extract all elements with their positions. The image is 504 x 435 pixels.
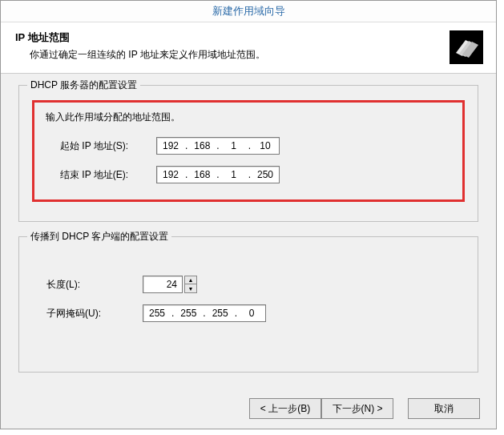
length-row: 长度(L): ▲ ▼ [32,276,465,293]
end-ip-oct4[interactable] [252,167,279,182]
start-ip-oct1[interactable] [157,139,184,153]
group2-legend: 传播到 DHCP 客户端的配置设置 [27,230,171,244]
next-button[interactable]: 下一步(N) > [321,398,393,419]
spin-buttons: ▲ ▼ [184,276,197,293]
spin-up-button[interactable]: ▲ [184,276,197,284]
mask-oct1[interactable] [143,306,171,320]
wizard-header: IP 地址范围 你通过确定一组连续的 IP 地址来定义作用域地址范围。 [1,22,496,74]
mask-oct2[interactable] [175,306,202,320]
start-ip-row: 起始 IP 地址(S): . . . [46,137,451,155]
group1-legend: DHCP 服务器的配置设置 [27,79,140,92]
end-ip-oct1[interactable] [157,167,184,182]
spin-down-button[interactable]: ▼ [184,284,197,293]
length-input[interactable] [143,276,183,293]
page-subtitle: 你通过确定一组连续的 IP 地址来定义作用域地址范围。 [30,48,482,62]
end-ip-oct3[interactable] [220,167,248,182]
start-ip-oct4[interactable] [252,139,279,153]
titlebar: 新建作用域向导 [1,1,496,22]
dhcp-server-settings-group: DHCP 服务器的配置设置 输入此作用域分配的地址范围。 起始 IP 地址(S)… [18,85,478,222]
wizard-body: DHCP 服务器的配置设置 输入此作用域分配的地址范围。 起始 IP 地址(S)… [1,74,496,373]
start-ip-oct2[interactable] [188,139,216,153]
mask-oct3[interactable] [207,306,234,320]
dhcp-client-settings-group: 传播到 DHCP 客户端的配置设置 长度(L): ▲ ▼ 子网掩码(U): . [18,236,478,373]
length-label: 长度(L): [46,278,143,292]
length-stepper[interactable]: ▲ ▼ [143,276,197,293]
end-ip-row: 结束 IP 地址(E): . . . [46,166,451,183]
mask-label: 子网掩码(U): [46,307,143,320]
end-ip-oct2[interactable] [188,167,216,182]
end-ip-input[interactable]: . . . [156,166,280,183]
back-button[interactable]: < 上一步(B) [249,398,321,419]
range-caption: 输入此作用域分配的地址范围。 [46,111,451,124]
start-ip-input[interactable]: . . . [156,137,280,155]
start-ip-oct3[interactable] [220,139,248,153]
wizard-footer: < 上一步(B) 下一步(N) > 取消 [249,398,480,419]
end-ip-label: 结束 IP 地址(E): [60,168,156,182]
address-range-highlight: 输入此作用域分配的地址范围。 起始 IP 地址(S): . . . 结束 IP … [32,100,465,202]
start-ip-label: 起始 IP 地址(S): [60,139,156,153]
window-title: 新建作用域向导 [212,5,285,17]
mask-row: 子网掩码(U): . . . [32,304,465,322]
page-title: IP 地址范围 [15,30,482,45]
mask-oct4[interactable] [238,306,265,320]
pages-stack-icon [450,30,483,64]
cancel-button[interactable]: 取消 [408,398,480,419]
wizard-window: 新建作用域向导 IP 地址范围 你通过确定一组连续的 IP 地址来定义作用域地址… [0,0,497,429]
subnet-mask-input[interactable]: . . . [143,304,266,322]
